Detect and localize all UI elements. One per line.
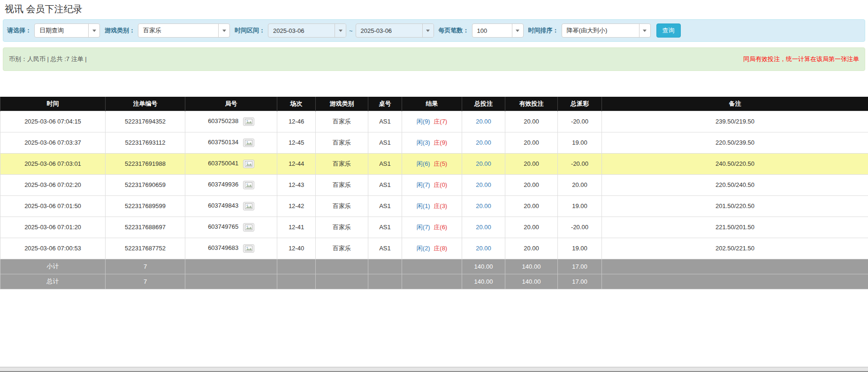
chevron-down-icon[interactable] (639, 24, 650, 37)
round-no-value: 603750134 (208, 139, 238, 146)
date-from-value: 2025-03-06 (268, 24, 335, 37)
table-row[interactable]: 2025-03-06 07:00:53 522317687752 6037496… (0, 238, 868, 259)
game-type-cell: 百家乐 (316, 195, 368, 217)
chevron-down-icon[interactable] (335, 24, 346, 37)
result-cell: 闲(9) 庄(7) (402, 111, 462, 132)
round-no-cell: 603749936 (185, 174, 277, 195)
chevron-down-icon[interactable] (218, 24, 229, 37)
total-bet-link[interactable]: 20.00 (476, 202, 491, 209)
total-bet-link[interactable]: 20.00 (476, 245, 491, 252)
session-cell: 12-43 (277, 174, 316, 195)
result-banker: 庄(6) (434, 224, 447, 231)
empty-cell (368, 274, 402, 289)
column-header: 场次 (277, 97, 316, 111)
date-from-picker[interactable]: 2025-03-06 (268, 23, 346, 38)
valid-bet-cell: 20.00 (505, 238, 558, 259)
column-header: 备注 (602, 97, 868, 111)
total-bet-cell: 20.00 (462, 111, 505, 132)
game-type-dropdown[interactable]: 百家乐 (138, 23, 230, 38)
valid-bet-cell: 20.00 (505, 195, 558, 217)
page-root: 视讯 会员下注纪录 请选择： 日期查询 游戏类别： 百家乐 时间区间： 2025… (0, 0, 868, 372)
chevron-down-icon[interactable] (88, 24, 99, 37)
note-cell: 220.50/240.50 (602, 174, 868, 195)
column-header: 局号 (185, 97, 277, 111)
valid-bet-cell: 20.00 (505, 153, 558, 174)
time-cell: 2025-03-06 07:03:01 (0, 153, 106, 174)
result-player: 闲(1) (417, 202, 430, 209)
subtotal-valid-bet: 140.00 (505, 259, 558, 274)
total-total-bet: 140.00 (462, 274, 505, 289)
column-header: 桌号 (368, 97, 402, 111)
table-no-cell: AS1 (368, 153, 402, 174)
total-bet-cell: 20.00 (462, 195, 505, 217)
session-cell: 12-46 (277, 111, 316, 132)
result-banker: 庄(9) (434, 139, 447, 146)
result-cell: 闲(6) 庄(5) (402, 153, 462, 174)
result-player: 闲(2) (417, 245, 430, 252)
total-count: 7 (106, 274, 185, 289)
bottom-scrollbar-strip[interactable] (0, 367, 868, 372)
total-bet-link[interactable]: 20.00 (476, 181, 491, 188)
result-banker: 庄(5) (434, 160, 447, 167)
time-cell: 2025-03-06 07:01:50 (0, 195, 106, 217)
game-type-cell: 百家乐 (316, 238, 368, 259)
note-cell: 201.50/220.50 (602, 195, 868, 217)
time-cell: 2025-03-06 07:04:15 (0, 111, 106, 132)
payout-cell: -20.00 (558, 153, 602, 174)
game-type-value: 百家乐 (138, 24, 218, 37)
empty-cell (402, 259, 462, 274)
note-cell: 220.50/239.50 (602, 132, 868, 153)
session-cell: 12-40 (277, 238, 316, 259)
game-type-cell: 百家乐 (316, 111, 368, 132)
video-preview-icon[interactable] (243, 139, 254, 147)
time-sort-dropdown[interactable]: 降幂(由大到小) (562, 23, 651, 38)
time-sort-label: 时间排序： (528, 26, 559, 35)
bet-id-cell: 522317687752 (106, 238, 185, 259)
table-row[interactable]: 2025-03-06 07:03:01 522317691988 6037500… (0, 153, 868, 174)
session-cell: 12-42 (277, 195, 316, 217)
table-row[interactable]: 2025-03-06 07:01:50 522317689599 6037498… (0, 195, 868, 217)
round-no-value: 603749683 (208, 244, 238, 251)
empty-cell (185, 259, 277, 274)
result-cell: 闲(7) 庄(6) (402, 217, 462, 238)
total-bet-link[interactable]: 20.00 (476, 224, 491, 231)
round-no-value: 603750238 (208, 117, 238, 124)
page-size-dropdown[interactable]: 100 (472, 23, 524, 38)
table-row[interactable]: 2025-03-06 07:02:20 522317690659 6037499… (0, 174, 868, 195)
search-button[interactable]: 查询 (656, 23, 681, 38)
total-bet-cell: 20.00 (462, 217, 505, 238)
video-preview-icon[interactable] (243, 244, 254, 253)
round-no-cell: 603750041 (185, 153, 277, 174)
video-preview-icon[interactable] (243, 117, 254, 126)
bet-id-cell: 522317690659 (106, 174, 185, 195)
chevron-down-icon[interactable] (512, 24, 523, 37)
payout-cell: 19.00 (558, 132, 602, 153)
column-header: 有效投注 (505, 97, 558, 111)
chevron-down-icon[interactable] (422, 24, 434, 37)
total-bet-link[interactable]: 20.00 (476, 160, 491, 167)
date-to-picker[interactable]: 2025-03-06 (356, 23, 434, 38)
table-row[interactable]: 2025-03-06 07:01:20 522317688697 6037497… (0, 217, 868, 238)
round-no-value: 603750041 (208, 160, 238, 167)
game-type-cell: 百家乐 (316, 153, 368, 174)
time-cell: 2025-03-06 07:03:37 (0, 132, 106, 153)
subtotal-label: 小计 (0, 259, 106, 274)
result-cell: 闲(7) 庄(0) (402, 174, 462, 195)
result-player: 闲(6) (417, 160, 430, 167)
table-row[interactable]: 2025-03-06 07:04:15 522317694352 6037502… (0, 111, 868, 132)
select-mode-dropdown[interactable]: 日期查询 (34, 23, 100, 38)
total-bet-link[interactable]: 20.00 (476, 118, 491, 125)
video-preview-icon[interactable] (243, 223, 254, 232)
bet-id-cell: 522317689599 (106, 195, 185, 217)
empty-cell (277, 274, 316, 289)
column-header: 总派彩 (558, 97, 602, 111)
total-bet-link[interactable]: 20.00 (476, 139, 491, 146)
video-preview-icon[interactable] (243, 160, 254, 168)
note-cell: 202.50/221.50 (602, 238, 868, 259)
table-no-cell: AS1 (368, 238, 402, 259)
total-bet-cell: 20.00 (462, 174, 505, 195)
video-preview-icon[interactable] (243, 202, 254, 210)
table-row[interactable]: 2025-03-06 07:03:37 522317693112 6037501… (0, 132, 868, 153)
video-preview-icon[interactable] (243, 181, 254, 189)
time-cell: 2025-03-06 07:01:20 (0, 217, 106, 238)
